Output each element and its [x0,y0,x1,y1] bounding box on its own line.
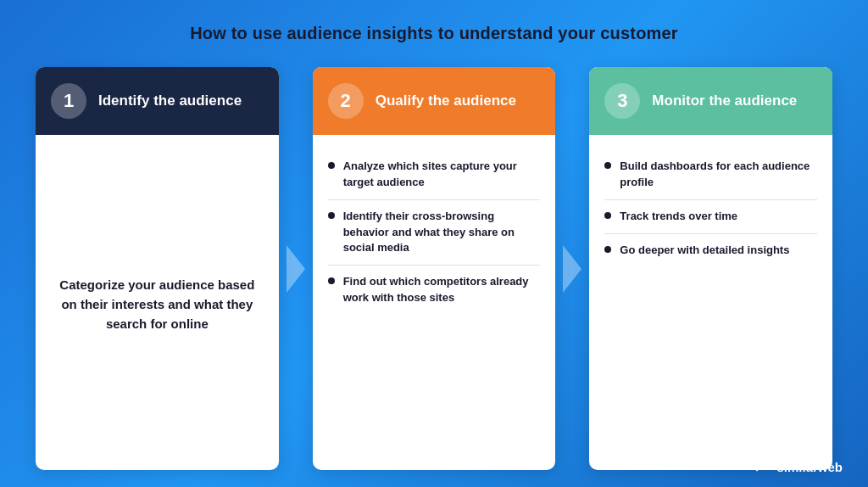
bullet-dot [328,212,335,219]
qualify-bullet-2-text: Identify their cross-browsing behavior a… [343,209,541,257]
step-circle-1: 1 [51,83,86,119]
arrow-divider-1 [279,67,313,470]
card-qualify-header: 2 Qualify the audience [313,67,556,135]
qualify-bullet-1: Analyze which sites capture your target … [328,150,541,200]
bullet-dot [604,246,611,253]
monitor-bullet-3: Go deeper with detailed insights [604,234,817,267]
arrow-divider-2 [555,67,589,470]
step-circle-2: 2 [328,83,364,119]
bullet-dot [328,277,335,284]
bullet-dot [604,162,611,169]
chevron-icon-1 [287,245,305,293]
qualify-bullet-1-text: Analyze which sites capture your target … [343,159,541,191]
monitor-bullet-2: Track trends over time [604,200,817,234]
qualify-bullet-3-text: Find out which competitors already work … [343,274,541,306]
qualify-bullet-2: Identify their cross-browsing behavior a… [328,200,541,266]
qualify-bullet-list: Analyze which sites capture your target … [328,150,541,315]
main-container: How to use audience insights to understa… [0,0,868,487]
bullet-dot [328,162,335,169]
monitor-bullet-1-text: Build dashboards for each audience profi… [620,159,817,191]
card-identify-text: Categorize your audience based on their … [51,275,264,334]
monitor-bullet-3-text: Go deeper with detailed insights [620,243,789,259]
chevron-icon-2 [563,245,581,293]
card-qualify-title: Qualify the audience [376,92,516,110]
qualify-bullet-3: Find out which competitors already work … [328,266,541,315]
card-monitor-body: Build dashboards for each audience profi… [589,135,832,470]
monitor-bullet-2-text: Track trends over time [620,209,737,225]
card-qualify: 2 Qualify the audience Analyze which sit… [313,67,556,470]
card-identify-title: Identify the audience [98,92,242,110]
card-identify-header: 1 Identify the audience [36,67,279,135]
card-qualify-body: Analyze which sites capture your target … [313,135,556,470]
card-identify-body: Categorize your audience based on their … [36,135,279,470]
similarweb-icon [754,458,771,475]
card-monitor-header: 3 Monitor the audience [589,67,832,135]
card-monitor: 3 Monitor the audience Build dashboards … [589,67,832,470]
monitor-bullet-list: Build dashboards for each audience profi… [604,150,817,266]
page-title: How to use audience insights to understa… [190,24,678,43]
similarweb-logo: similarweb [754,458,843,475]
bullet-dot [604,212,611,219]
step-circle-3: 3 [604,83,640,119]
monitor-bullet-1: Build dashboards for each audience profi… [604,150,817,200]
card-monitor-title: Monitor the audience [652,92,797,110]
card-identify: 1 Identify the audience Categorize your … [36,67,279,470]
similarweb-brand-text: similarweb [776,460,843,474]
cards-row: 1 Identify the audience Categorize your … [36,67,832,470]
